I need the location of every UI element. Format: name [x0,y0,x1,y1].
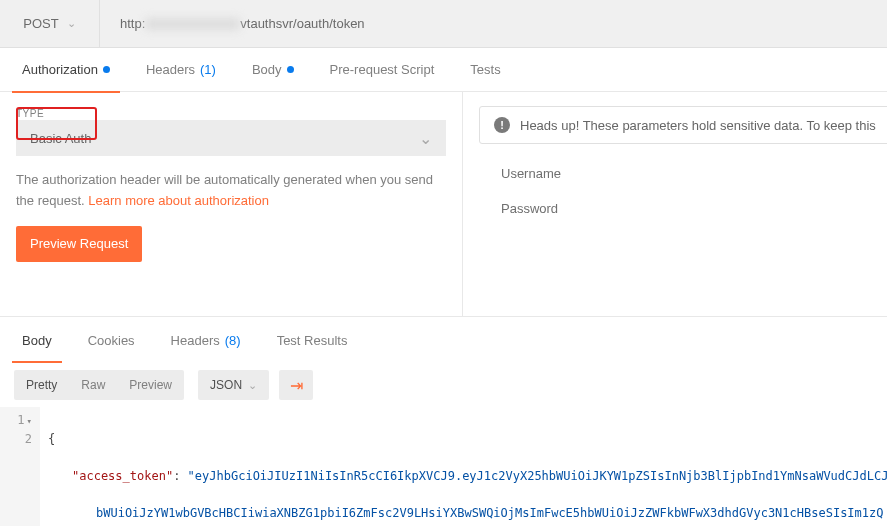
request-tabs: Authorization Headers (1) Body Pre-reque… [0,48,887,92]
dot-indicator [287,66,294,73]
resp-tab-body[interactable]: Body [4,317,70,363]
chevron-down-icon: ⌄ [67,17,76,30]
tab-headers[interactable]: Headers (1) [128,48,234,92]
auth-content: TYPE Basic Auth Basic Auth ⌄ The authori… [0,92,887,317]
auth-right-panel: ! Heads up! These parameters hold sensit… [463,92,887,316]
auth-left-panel: TYPE Basic Auth Basic Auth ⌄ The authori… [0,92,463,316]
preview-request-button[interactable]: Preview Request [16,226,142,262]
resp-tab-cookies[interactable]: Cookies [70,317,153,363]
view-pretty[interactable]: Pretty [14,370,69,400]
chevron-down-icon: ⌄ [419,129,432,148]
method-label: POST [23,16,58,31]
learn-more-link[interactable]: Learn more about authorization [88,193,269,208]
sensitive-data-alert: ! Heads up! These parameters hold sensit… [479,106,887,144]
tab-authorization[interactable]: Authorization [4,48,128,92]
username-label: Username [501,166,681,181]
viewer-toolbar: Pretty Raw Preview JSON ⌄ ⇥ [0,363,887,407]
method-select[interactable]: POST ⌄ [0,0,100,48]
wrap-line-button[interactable]: ⇥ [279,370,313,400]
view-preview[interactable]: Preview [117,370,184,400]
tab-prerequest[interactable]: Pre-request Script [312,48,453,92]
tab-tests[interactable]: Tests [452,48,518,92]
format-select[interactable]: JSON ⌄ [198,370,269,400]
resp-tab-headers[interactable]: Headers (8) [153,317,259,363]
request-bar: POST ⌄ http: vtauthsvr/oauth/token [0,0,887,48]
url-input[interactable]: http: vtauthsvr/oauth/token [100,16,887,31]
chevron-down-icon: ⌄ [248,379,257,392]
response-tabs: Body Cookies Headers (8) Test Results [0,317,887,363]
password-row: Password [479,201,887,216]
password-label: Password [501,201,681,216]
auth-help-text: The authorization header will be automat… [16,170,446,212]
tab-body[interactable]: Body [234,48,312,92]
response-body-viewer[interactable]: 1▾ 2 3 { "access_token": "eyJhbGciOiJIUz… [0,407,887,526]
code-content: { "access_token": "eyJhbGciOiJIUzI1NiIsI… [40,407,887,526]
dot-indicator [103,66,110,73]
warning-icon: ! [494,117,510,133]
username-row: Username [479,166,887,181]
highlight-annotation: Basic Auth [16,107,97,140]
view-raw[interactable]: Raw [69,370,117,400]
view-mode-group: Pretty Raw Preview [14,370,184,400]
wrap-icon: ⇥ [290,376,303,395]
resp-tab-test-results[interactable]: Test Results [259,317,366,363]
line-gutter: 1▾ 2 3 [0,407,40,526]
url-redacted [145,18,240,30]
